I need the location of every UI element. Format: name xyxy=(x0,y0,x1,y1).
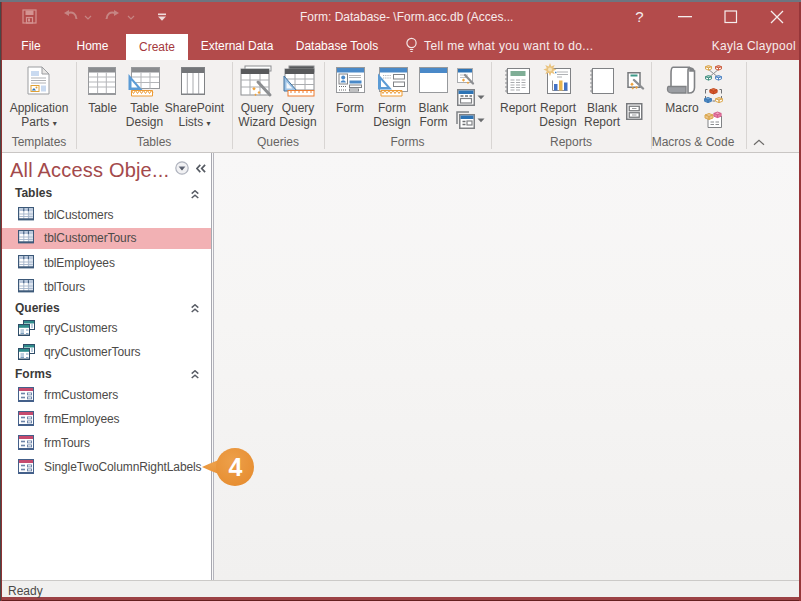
svg-text:4: 4 xyxy=(229,453,243,481)
